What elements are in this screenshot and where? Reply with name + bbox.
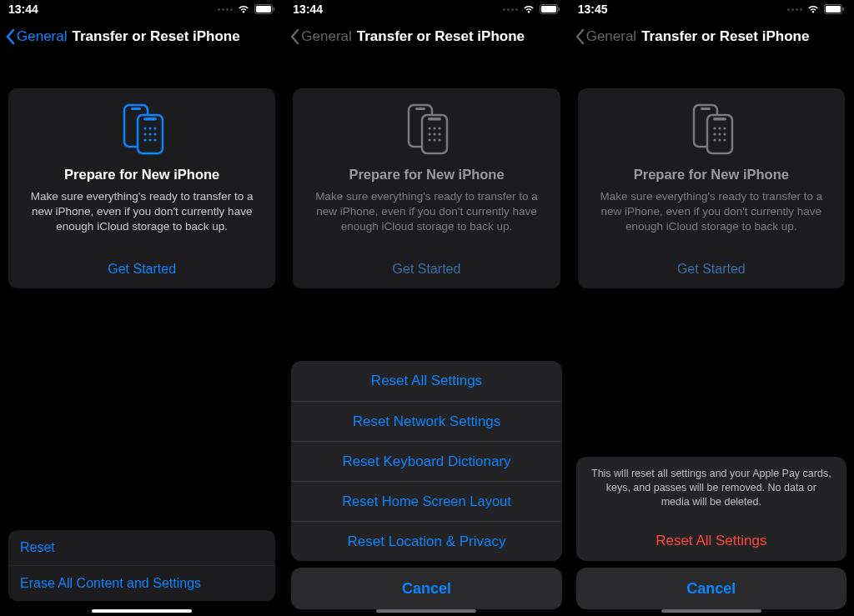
nav-bar: General Transfer or Reset iPhone xyxy=(284,18,568,55)
get-started-button[interactable]: Get Started xyxy=(20,262,264,277)
nav-title: Transfer or Reset iPhone xyxy=(641,28,809,45)
svg-rect-36 xyxy=(701,108,711,110)
sheet-item-reset-location[interactable]: Reset Location & Privacy xyxy=(291,521,561,561)
wifi-icon xyxy=(522,4,535,14)
svg-point-46 xyxy=(718,138,721,141)
svg-point-43 xyxy=(718,133,721,135)
sheet-item-reset-home[interactable]: Reset Home Screen Layout xyxy=(291,481,561,521)
svg-point-26 xyxy=(429,133,431,135)
card-description: Make sure everything's ready to transfer… xyxy=(20,189,264,235)
back-button[interactable]: General xyxy=(5,28,67,45)
svg-point-13 xyxy=(144,138,147,141)
svg-point-8 xyxy=(149,127,152,129)
status-right xyxy=(503,4,560,14)
battery-icon xyxy=(254,4,275,14)
svg-rect-2 xyxy=(274,8,275,11)
svg-point-14 xyxy=(149,138,152,141)
status-bar: 13:44 xyxy=(0,0,284,18)
screen-transfer-reset: 13:44 General Transfer or Reset iPhone xyxy=(0,0,284,616)
card-description: Make sure everything's ready to transfer… xyxy=(304,189,548,235)
card-title: Prepare for New iPhone xyxy=(590,167,833,183)
status-right xyxy=(218,4,275,14)
back-button[interactable]: General xyxy=(575,28,636,45)
chevron-left-icon xyxy=(575,28,585,45)
svg-rect-22 xyxy=(428,118,441,121)
status-bar: 13:44 xyxy=(284,0,568,18)
nav-title: Transfer or Reset iPhone xyxy=(357,28,525,45)
card-title: Prepare for New iPhone xyxy=(304,167,548,183)
svg-point-25 xyxy=(439,127,441,129)
sheet-cancel-button[interactable]: Cancel xyxy=(291,568,561,609)
reset-row[interactable]: Reset xyxy=(8,530,275,565)
svg-rect-1 xyxy=(256,6,271,13)
confirm-cancel-button[interactable]: Cancel xyxy=(576,568,846,609)
back-label: General xyxy=(586,28,636,45)
svg-point-29 xyxy=(429,138,431,141)
status-time: 13:44 xyxy=(293,3,323,16)
battery-icon xyxy=(824,4,845,14)
reset-action-sheet: Reset All Settings Reset Network Setting… xyxy=(291,361,561,609)
cellular-dots-icon xyxy=(218,8,233,11)
status-time: 13:45 xyxy=(578,3,608,16)
svg-point-42 xyxy=(713,133,716,135)
get-started-button[interactable]: Get Started xyxy=(304,262,548,277)
nav-bar: General Transfer or Reset iPhone xyxy=(570,18,853,55)
svg-point-41 xyxy=(723,127,726,129)
back-label: General xyxy=(17,28,67,45)
svg-point-28 xyxy=(439,133,441,135)
sheet-item-reset-all[interactable]: Reset All Settings xyxy=(291,361,561,401)
home-indicator[interactable] xyxy=(92,609,192,613)
svg-point-23 xyxy=(429,127,431,129)
svg-point-12 xyxy=(154,133,157,135)
screen-reset-confirm: 13:45 General Transfer or Reset iPhone xyxy=(570,0,854,616)
confirm-action-sheet: This will reset all settings and your Ap… xyxy=(576,457,846,609)
svg-point-45 xyxy=(713,138,716,141)
sheet-item-reset-keyboard[interactable]: Reset Keyboard Dictionary xyxy=(291,441,561,481)
sheet-options: Reset All Settings Reset Network Setting… xyxy=(291,361,561,561)
svg-point-7 xyxy=(144,127,147,129)
cellular-dots-icon xyxy=(787,8,802,11)
svg-point-30 xyxy=(434,138,436,141)
svg-point-44 xyxy=(723,133,726,135)
status-time: 13:44 xyxy=(8,3,38,16)
screen-reset-sheet: 13:44 General Transfer or Reset iPhone xyxy=(284,0,569,616)
svg-rect-38 xyxy=(713,118,726,121)
svg-rect-18 xyxy=(558,8,560,11)
prepare-card: Prepare for New iPhone Make sure everyth… xyxy=(578,88,845,288)
confirm-group: This will reset all settings and your Ap… xyxy=(576,457,846,561)
status-right xyxy=(787,4,845,14)
svg-point-15 xyxy=(154,138,157,141)
svg-rect-17 xyxy=(541,6,556,13)
sheet-item-reset-network[interactable]: Reset Network Settings xyxy=(291,401,561,441)
two-iphones-icon xyxy=(20,103,264,155)
prepare-card: Prepare for New iPhone Make sure everyth… xyxy=(293,88,560,288)
wifi-icon xyxy=(806,4,820,14)
back-label: General xyxy=(301,28,351,45)
svg-point-24 xyxy=(434,127,436,129)
home-indicator[interactable] xyxy=(661,609,761,613)
prepare-card: Prepare for New iPhone Make sure everyth… xyxy=(8,88,275,288)
nav-bar: General Transfer or Reset iPhone xyxy=(0,18,284,55)
chevron-left-icon xyxy=(289,28,299,45)
card-title: Prepare for New iPhone xyxy=(20,167,264,183)
back-button[interactable]: General xyxy=(289,28,351,45)
svg-point-9 xyxy=(154,127,157,129)
erase-row[interactable]: Erase All Content and Settings xyxy=(8,565,275,601)
svg-rect-4 xyxy=(131,108,141,110)
two-iphones-icon xyxy=(304,103,548,155)
status-bar: 13:45 xyxy=(570,0,853,18)
battery-icon xyxy=(540,4,560,14)
get-started-button[interactable]: Get Started xyxy=(590,262,833,277)
svg-point-39 xyxy=(713,127,716,129)
nav-title: Transfer or Reset iPhone xyxy=(72,28,239,45)
home-indicator[interactable] xyxy=(376,609,476,613)
cellular-dots-icon xyxy=(503,8,518,11)
svg-point-31 xyxy=(439,138,441,141)
svg-rect-6 xyxy=(143,118,157,121)
svg-point-11 xyxy=(149,133,152,135)
svg-rect-20 xyxy=(415,108,425,110)
confirm-message: This will reset all settings and your Ap… xyxy=(576,457,846,521)
confirm-reset-all-button[interactable]: Reset All Settings xyxy=(576,521,846,561)
card-description: Make sure everything's ready to transfer… xyxy=(590,189,833,235)
svg-rect-33 xyxy=(826,6,841,13)
